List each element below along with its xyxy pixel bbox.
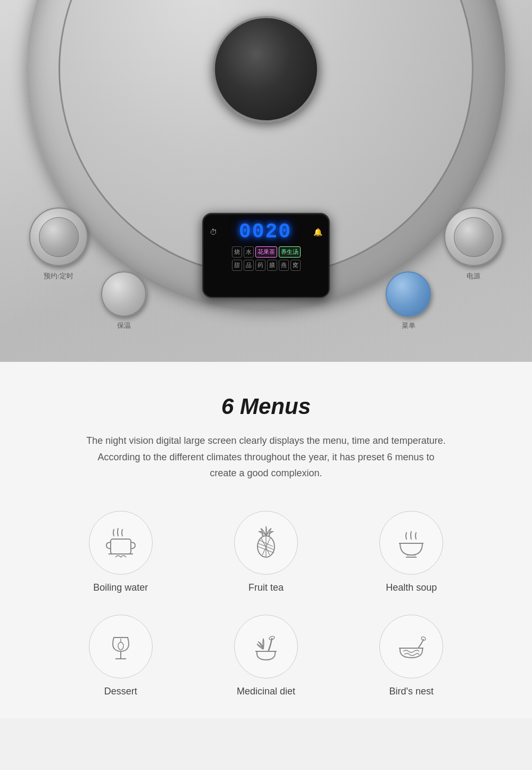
bell-icon: 🔔	[313, 228, 322, 236]
lcd-menu-item-boil-water: 烧	[232, 246, 242, 258]
medicinal-diet-label: Medicinal diet	[237, 686, 295, 697]
lcd-menu-item-medicine: 药	[255, 260, 265, 271]
dessert-label: Dessert	[104, 686, 137, 697]
lcd-menu-row1: 烧 水 花果茶 养生汤	[210, 246, 322, 258]
birds-nest-icon-circle	[379, 615, 443, 678]
schedule-button[interactable]	[29, 208, 88, 266]
health-soup-icon	[393, 524, 430, 561]
lcd-menu-item-swallow: 燕	[279, 260, 289, 271]
lcd-menu-item-diet: 膳	[267, 260, 277, 271]
lcd-display: ⏱ 0020 🔔 烧 水 花果茶 养生汤 甜 品 药 膳 燕 窝	[202, 213, 330, 298]
health-soup-label: Health soup	[386, 582, 437, 593]
lcd-menu-item-health-soup: 养生汤	[279, 246, 301, 258]
schedule-button-label: 预约/定时	[29, 271, 88, 281]
lcd-menu-row2: 甜 品 药 膳 燕 窝	[210, 260, 322, 271]
health-soup-icon-circle	[379, 511, 443, 575]
power-button-label: 电源	[444, 271, 503, 281]
power-button-inner	[454, 217, 494, 257]
menu-item-fruit-tea: Fruit tea	[198, 511, 333, 593]
lcd-menu-item-sweet: 甜	[232, 260, 242, 271]
menu-button-label: 菜单	[386, 321, 431, 330]
lcd-time: 0020	[239, 220, 292, 243]
lcd-menu-item-quality: 品	[244, 260, 254, 271]
boiling-water-icon	[102, 524, 139, 561]
info-section: 6 Menus The night vision digital large s…	[0, 362, 532, 718]
svg-point-14	[118, 642, 123, 650]
section-title: 6 Menus	[43, 394, 489, 419]
birds-nest-label: Bird's nest	[389, 686, 434, 697]
fruit-tea-label: Fruit tea	[248, 582, 284, 593]
menu-item-health-soup: Health soup	[344, 511, 479, 593]
menu-grid: Boiling water	[53, 511, 479, 697]
section-description: The night vision digital large screen cl…	[85, 433, 447, 482]
lcd-menu-item-fruit-tea: 花果茶	[255, 246, 277, 258]
menu-item-medicinal-diet: Medicinal diet	[198, 615, 333, 697]
medicinal-diet-icon	[247, 628, 285, 665]
clock-icon: ⏱	[210, 228, 217, 236]
menu-item-dessert: Dessert	[53, 615, 188, 697]
birds-nest-icon	[393, 628, 430, 665]
appliance-section: 预约/定时 电源 保温 菜单 ⏱ 0020 🔔 烧 水 花果茶 养生汤 甜 品 …	[0, 0, 532, 362]
lcd-menu-item-nest: 窝	[290, 260, 301, 271]
menu-button[interactable]	[386, 271, 431, 317]
fruit-tea-icon	[247, 524, 285, 561]
svg-line-8	[262, 537, 271, 555]
menu-item-boiling-water: Boiling water	[53, 511, 188, 593]
boiling-water-label: Boiling water	[93, 582, 148, 593]
lcd-menu-item-water: 水	[244, 246, 254, 258]
medicinal-diet-icon-circle	[234, 615, 298, 678]
boiling-water-icon-circle	[89, 511, 153, 575]
pot-center	[213, 16, 319, 122]
power-button[interactable]	[444, 208, 503, 266]
svg-line-6	[261, 538, 270, 555]
schedule-button-inner	[39, 217, 79, 257]
lcd-top-row: ⏱ 0020 🔔	[210, 220, 322, 243]
keep-warm-button[interactable]	[101, 271, 146, 317]
svg-point-19	[421, 636, 426, 641]
fruit-tea-icon-circle	[234, 511, 298, 575]
svg-rect-0	[111, 539, 131, 554]
dessert-icon	[102, 628, 139, 665]
keep-warm-label: 保温	[101, 321, 146, 330]
dessert-icon-circle	[89, 615, 153, 678]
menu-item-birds-nest: Bird's nest	[344, 615, 479, 697]
